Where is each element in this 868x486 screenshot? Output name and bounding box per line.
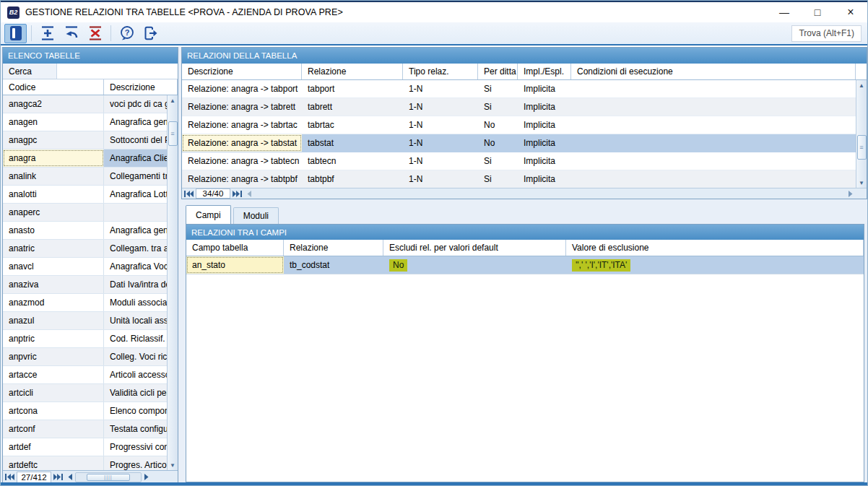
list-item[interactable]: anazivaDati Iva/intra del	[3, 276, 178, 294]
relation-tipo-cell[interactable]: 1-N	[403, 170, 478, 188]
relation-condizioni-cell[interactable]	[571, 116, 856, 134]
list-item[interactable]: artdefProgressivi conso	[3, 438, 178, 456]
scrollbar-thumb[interactable]: ≡	[168, 121, 178, 146]
scroll-right-icon[interactable]	[848, 188, 853, 199]
column-header-condizioni[interactable]: Condizioni di esecuzione	[571, 64, 856, 79]
minimize-button[interactable]: —	[768, 2, 801, 22]
table-code-cell[interactable]: anagpc	[3, 131, 104, 149]
last-page-icon[interactable]	[53, 472, 63, 482]
column-header-descrizione[interactable]: Descrizione	[182, 64, 302, 79]
list-item[interactable]: artdeftcProgres. Articolo,	[3, 456, 178, 470]
table-row[interactable]: Relazione: anagra -> tabstattabstat1-NNo…	[182, 134, 856, 152]
last-page-icon[interactable]	[233, 188, 242, 199]
table-code-cell[interactable]: analink	[3, 168, 104, 185]
scroll-left-icon[interactable]	[68, 472, 73, 482]
relation-per_ditta-cell[interactable]: No	[478, 116, 518, 134]
help-button[interactable]: ?	[116, 24, 138, 43]
relation-descrizione-cell[interactable]: Relazione: anagra -> tabrett	[182, 98, 302, 116]
list-item[interactable]: artconfTestata configura	[3, 420, 178, 438]
table-code-cell[interactable]: artconf	[3, 420, 104, 438]
list-item[interactable]: anavclAnagrafica Voci d	[3, 258, 178, 276]
maximize-button[interactable]: □	[801, 2, 834, 22]
exit-button[interactable]	[139, 24, 162, 43]
relation-tipo-cell[interactable]: 1-N	[403, 80, 478, 97]
insert-record-button[interactable]	[36, 24, 58, 43]
relation-tipo-cell[interactable]: 1-N	[403, 152, 478, 170]
list-item[interactable]: anagraAnagrafica Client	[3, 149, 178, 168]
relation-impl_espl-cell[interactable]: Implicita	[518, 98, 571, 116]
relation-impl_espl-cell[interactable]: Implicita	[518, 152, 571, 170]
table-code-cell[interactable]: anagra	[3, 149, 104, 167]
column-header-per-ditta[interactable]: Per ditta	[478, 64, 518, 79]
field-relation-row[interactable]: an_statotb_codstatNo'',' ','I','IT','ITA…	[186, 256, 864, 274]
relation-descrizione-cell[interactable]: Relazione: anagra -> tabstat	[182, 134, 302, 152]
close-button[interactable]: ×	[834, 2, 867, 22]
column-header-impl-espl[interactable]: Impl./Espl.	[518, 64, 571, 79]
scroll-down-icon[interactable]: ▼	[168, 460, 178, 470]
relation-impl_espl-cell[interactable]: Implicita	[518, 134, 571, 152]
scroll-right-icon[interactable]	[144, 472, 149, 482]
delete-record-button[interactable]	[84, 24, 106, 43]
list-item[interactable]: anazmodModuli associati a	[3, 294, 178, 312]
first-page-icon[interactable]	[184, 188, 194, 199]
table-code-cell[interactable]: anatric	[3, 240, 104, 257]
list-item[interactable]: anastoAnagrafica gener	[3, 222, 178, 240]
relation-impl_espl-cell[interactable]: Implicita	[518, 116, 571, 134]
list-item[interactable]: artconaElenco componen	[3, 402, 178, 420]
relation-per_ditta-cell[interactable]: Si	[478, 152, 518, 170]
table-row[interactable]: Relazione: anagra -> tabtecntabtecn1-NSi…	[182, 152, 856, 170]
table-row[interactable]: Relazione: anagra -> tabtpbftabtpbf1-NSi…	[182, 170, 856, 188]
list-item[interactable]: analottiAnagrafica Lotti	[3, 186, 178, 204]
column-header-tipo-relaz[interactable]: Tipo relaz.	[403, 64, 478, 79]
column-header-codice[interactable]: Codice	[3, 79, 104, 95]
column-header-escludi[interactable]: Escludi rel. per valori default	[383, 240, 566, 256]
horizontal-scrollbar-thumb[interactable]: ||||	[87, 474, 130, 481]
relation-tipo-cell[interactable]: 1-N	[403, 134, 478, 152]
table-row[interactable]: Relazione: anagra -> tabporttabport1-NSi…	[182, 80, 856, 98]
relation-impl_espl-cell[interactable]: Implicita	[518, 80, 571, 97]
list-item[interactable]: artcicliValidità cicli per a	[3, 384, 178, 402]
table-code-cell[interactable]: artcicli	[3, 384, 104, 402]
horizontal-scrollbar[interactable]: ||||	[75, 472, 142, 482]
table-code-cell[interactable]: artacce	[3, 366, 104, 383]
relation-condizioni-cell[interactable]	[571, 152, 856, 170]
list-item[interactable]: anazulUnità locali assoc	[3, 312, 178, 330]
list-item[interactable]: anaperc	[3, 204, 178, 222]
relation-relazione-cell[interactable]: tabtecn	[302, 152, 403, 170]
column-header-campo-tabella[interactable]: Campo tabella	[186, 240, 284, 256]
column-header-relazione[interactable]: Relazione	[284, 240, 383, 256]
relation-tipo-cell[interactable]: 1-N	[403, 98, 478, 116]
list-item[interactable]: anatricCollegam. tra ana	[3, 240, 178, 258]
table-code-cell[interactable]: anaziva	[3, 276, 104, 293]
relation-per_ditta-cell[interactable]: Si	[478, 98, 518, 116]
relation-relazione-cell[interactable]: tabtpbf	[302, 170, 403, 188]
relation-descrizione-cell[interactable]: Relazione: anagra -> tabtpbf	[182, 170, 302, 188]
first-page-icon[interactable]	[5, 472, 14, 482]
relation-relazione-cell[interactable]: tabport	[302, 80, 403, 97]
search-input[interactable]	[57, 64, 178, 79]
sidebar-toggle-button[interactable]	[4, 24, 27, 43]
list-item[interactable]: analinkCollegamenti tra	[3, 168, 178, 186]
pager-position[interactable]: 34/40	[196, 188, 230, 199]
scrollbar-thumb[interactable]: ≡	[857, 135, 867, 160]
table-code-cell[interactable]: analotti	[3, 186, 104, 203]
field-relazione-cell[interactable]: tb_codstat	[284, 256, 383, 274]
scroll-up-icon[interactable]: ▲	[856, 80, 867, 90]
table-row[interactable]: Relazione: anagra -> tabrtactabrtac1-NNo…	[182, 116, 856, 134]
list-item[interactable]: artacceArticoli accessori/	[3, 366, 178, 384]
relation-descrizione-cell[interactable]: Relazione: anagra -> tabrtac	[182, 116, 302, 134]
tables-vertical-scrollbar[interactable]: ▲ ≡ ▼	[167, 95, 178, 470]
table-code-cell[interactable]: anaperc	[3, 204, 104, 221]
relation-impl_espl-cell[interactable]: Implicita	[518, 170, 571, 188]
relation-condizioni-cell[interactable]	[571, 98, 856, 116]
relation-per_ditta-cell[interactable]: No	[478, 134, 518, 152]
column-header-descrizione[interactable]: Descrizione	[104, 79, 178, 95]
scroll-down-icon[interactable]: ▼	[856, 178, 867, 188]
table-code-cell[interactable]: anazmod	[3, 294, 104, 311]
relation-per_ditta-cell[interactable]: Si	[478, 80, 518, 97]
table-code-cell[interactable]: anagen	[3, 113, 104, 131]
relation-relazione-cell[interactable]: tabstat	[302, 134, 403, 152]
table-row[interactable]: Relazione: anagra -> tabretttabrett1-NSi…	[182, 98, 856, 116]
field-valore-cell[interactable]: '',' ','I','IT','ITA'	[566, 256, 864, 274]
relations-vertical-scrollbar[interactable]: ▲ ≡ ▼	[856, 80, 867, 188]
